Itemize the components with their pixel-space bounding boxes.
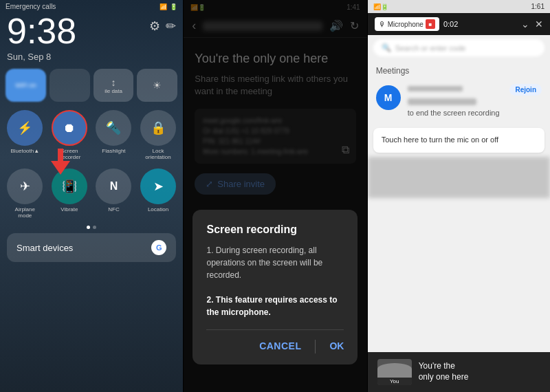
p3-mic-left: 🎙 Microphone ■ 0:02 [375,17,459,31]
p2-dialog-body: 1. During screen recording, all operatio… [206,244,344,318]
p3-you-label: You [377,378,412,385]
p3-mic-icon-wrap[interactable]: 🎙 Microphone ■ [375,17,439,31]
screen-recorder-icon: ⏺ [63,121,76,135]
p3-status-bar: 📶🔋 1:61 [368,0,550,13]
p3-you-avatar [377,363,412,378]
p1-date: Sun, Sep 8 [7,52,76,62]
p3-blurred-bg [368,157,550,198]
p1-settings-icon[interactable]: ⚙ [149,19,160,34]
p1-tile-wifi[interactable]: WiFi on [6,69,46,102]
bluetooth-icon: ⚡ [17,120,32,135]
flashlight-icon: 🔦 [106,120,121,135]
p2-dialog-divider [315,340,316,353]
p3-only-here-label: You're theonly one here [419,361,469,382]
p3-meet-logo: M [384,92,393,103]
p1-page-dots [0,226,183,229]
panel3-meet-active: 📶🔋 1:61 🎙 Microphone ■ 0:02 ⌄ ✕ 🔍 Search… [368,0,550,392]
p1-smart-devices[interactable]: Smart devices G [7,233,176,262]
p2-cancel-button[interactable]: CANCEL [259,338,301,353]
p3-meet-content: Rejoin to end the screen recording [408,84,542,118]
smart-devices-label: Smart devices [16,243,73,253]
vibrate-icon: 📳 [62,179,77,194]
location-icon: ➤ [153,179,164,194]
airplane-icon: ✈ [20,179,30,194]
p3-mic-timer: 0:02 [443,20,458,28]
p3-meetings-section: Meetings M Rejoin to end the screen reco… [368,61,550,124]
p1-tile-airplane[interactable]: ✈ Airplanemode [6,168,45,219]
p3-you-only-row: You You're theonly one here [368,352,550,392]
p1-dot-2 [93,226,96,229]
p2-dialog-actions: CANCEL OK [206,329,344,353]
p1-dot-1 [87,226,90,229]
p3-mic-right: ⌄ ✕ [521,19,543,30]
p1-tile-data[interactable]: ↕ ile data [94,69,134,102]
p3-mic-label: Microphone [388,21,424,28]
p1-time-icons: ⚙ ✏ [149,19,176,34]
p2-dialog-line1: 1. During screen recording, all operatio… [206,246,322,280]
p1-time-row: 9:38 Sun, Sep 8 ⚙ ✏ [0,13,183,66]
p1-edit-icon[interactable]: ✏ [166,19,176,34]
p3-search-placeholder: Search or enter code [395,44,466,52]
panel1-quick-settings: Emergency calls 📶 🔋 9:38 Sun, Sep 8 ⚙ ✏ … [0,0,183,392]
p1-tile-bluetooth[interactable]: ⚡ Bluetooth▲ [6,110,45,154]
p1-tile-dark[interactable] [50,69,90,102]
microphone-icon: 🎙 [379,21,386,28]
p3-meet-title-row: Rejoin [408,84,542,96]
p3-meet-title [408,98,476,105]
p2-screen-recording-dialog: Screen recording 1. During screen record… [192,210,358,364]
p3-search-bar[interactable]: 🔍 Search or enter code [373,39,544,56]
p3-end-recording-text: to end the screen recording [408,108,542,118]
p3-rejoin-button[interactable]: Rejoin [509,84,542,96]
p3-meet-time-blur [408,86,463,91]
p3-search-icon: 🔍 [382,43,391,52]
p1-tile-location[interactable]: ➤ Location [139,168,178,213]
nfc-icon: N [110,180,118,193]
p1-tile-nfc[interactable]: N NFC [94,168,133,213]
p1-tile-lock-orientation[interactable]: 🔒 Lockorientation [139,110,178,160]
p1-arrow-shaft [58,149,63,161]
p3-mic-toggle-text: Touch here to turn the mic on or off [382,135,536,145]
p3-close-icon[interactable]: ✕ [535,19,543,30]
p1-clock: 9:38 [7,13,76,49]
p1-emergency-calls[interactable]: Emergency calls [6,3,56,10]
google-g-icon: G [151,240,166,255]
p3-chevron-down-icon[interactable]: ⌄ [521,19,529,30]
p3-mic-bar: 🎙 Microphone ■ 0:02 ⌄ ✕ [368,13,550,35]
p2-dialog-title: Screen recording [206,224,344,236]
p1-tile-brightness[interactable]: ☀ [137,69,177,102]
p3-you-thumbnail: You [377,359,412,385]
p3-meetings-label: Meetings [368,61,550,78]
p1-tile-flashlight[interactable]: 🔦 Flashlight [94,110,133,154]
panel2-meet: 📶🔋 1:41 ‹ 🔊 ↻ You're the only one here S… [184,0,366,392]
p2-dialog-overlay: Screen recording 1. During screen record… [184,0,366,392]
p3-bottom-you: You You're theonly one here [368,352,550,392]
p3-meet-icon: M [376,85,401,110]
p3-mic-notification[interactable]: Touch here to turn the mic on or off [373,128,544,152]
p1-arrow-down [51,161,70,175]
p1-tile-vibrate[interactable]: 📳 Vibrate [50,168,89,213]
p2-dialog-line2: 2. This feature requires access to the m… [206,295,337,317]
lock-icon: 🔒 [151,120,166,135]
p3-mic-red-indicator: ■ [426,19,435,29]
p3-time: 1:61 [531,3,544,10]
p2-ok-button[interactable]: OK [329,338,344,353]
p3-meeting-item[interactable]: M Rejoin to end the screen recording [368,78,550,124]
p1-arrow [51,150,70,175]
